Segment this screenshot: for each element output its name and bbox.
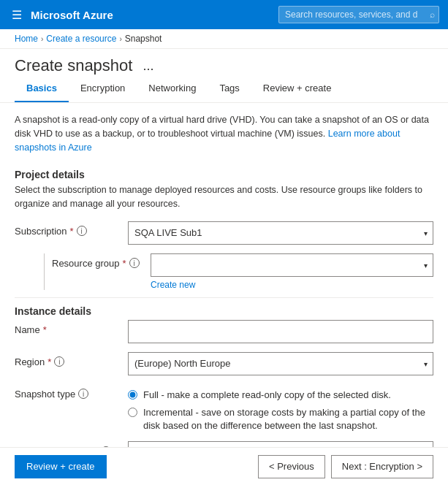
snapshot-type-radio-group: Full - make a complete read-only copy of… [128,384,433,433]
region-info-icon[interactable]: i [54,356,64,367]
snapshot-incremental-label: Incremental - save on storage costs by m… [143,406,433,432]
app-title: Microsoft Azure [31,9,273,21]
top-bar: ☰ Microsoft Azure ⌕ [0,0,448,29]
name-control [128,320,433,343]
create-new-link[interactable]: Create new [151,280,433,290]
next-encryption-button[interactable]: Next : Encryption > [331,455,433,478]
snapshot-type-group: Snapshot type i Full - make a complete r… [15,384,433,433]
search-wrapper: ⌕ [278,6,439,23]
region-label: Region * i [15,352,128,367]
resource-group-label: Resource group * i [52,253,151,269]
snapshot-full-radio[interactable] [128,390,137,400]
resource-group-select-wrapper: ▾ [151,253,433,277]
breadcrumb-sep-1: › [41,35,43,43]
tab-encryption[interactable]: Encryption [69,75,137,102]
snapshot-type-label: Snapshot type i [15,384,128,400]
page-header: Create snapshot ... [0,49,448,75]
resource-group-group: Resource group * i ▾ [52,253,433,277]
previous-button[interactable]: < Previous [258,455,325,478]
main-content: A snapshot is a read-only copy of a virt… [0,103,448,462]
resource-group-required: * [123,258,126,269]
name-label: Name * [15,320,128,335]
hamburger-icon[interactable]: ☰ [9,5,25,25]
resource-group-select[interactable] [151,253,433,277]
subscription-info-icon[interactable]: i [77,226,87,236]
tab-review-create[interactable]: Review + create [251,75,343,102]
region-required: * [48,356,51,367]
resource-group-info-icon[interactable]: i [129,258,140,268]
section-divider-instance [15,297,433,298]
region-control: (Europe) North Europe ▾ [128,352,433,375]
snapshot-type-control: Full - make a complete read-only copy of… [128,384,433,433]
search-icon: ⌕ [430,9,435,20]
tab-basics[interactable]: Basics [15,75,69,102]
project-details-heading: Project details [15,169,433,180]
page-title: Create snapshot [15,56,132,75]
region-select-wrapper: (Europe) North Europe ▾ [128,352,433,375]
name-group: Name * [15,320,433,343]
region-group: Region * i (Europe) North Europe ▾ [15,352,433,375]
subscription-group: Subscription * i SQA LIVE Sub1 ▾ [15,221,433,245]
bottom-bar: Review + create < Previous Next : Encryp… [0,447,448,485]
resource-group-row: Resource group * i ▾ Create new [15,253,433,290]
breadcrumb-create-resource[interactable]: Create a resource [46,34,116,44]
description-text: A snapshot is a read-only copy of a virt… [15,103,433,161]
snapshot-incremental-option[interactable]: Incremental - save on storage costs by m… [128,406,433,432]
subscription-select-wrapper: SQA LIVE Sub1 ▾ [128,221,433,245]
name-input[interactable] [128,320,433,343]
name-required: * [43,324,47,335]
breadcrumb: Home › Create a resource › Snapshot [0,29,448,49]
breadcrumb-sep-2: › [119,35,121,43]
snapshot-type-info-icon[interactable]: i [78,389,88,399]
snapshot-full-option[interactable]: Full - make a complete read-only copy of… [128,389,433,402]
project-details-sub: Select the subscription to manage deploy… [15,183,433,211]
tabs-bar: Basics Encryption Networking Tags Review… [0,75,448,103]
breadcrumb-current: Snapshot [125,34,162,44]
review-create-button[interactable]: Review + create [15,455,107,478]
instance-details-heading: Instance details [15,305,433,317]
tab-networking[interactable]: Networking [137,75,208,102]
resource-group-control: ▾ [151,253,433,277]
snapshot-incremental-radio[interactable] [128,408,137,417]
region-select[interactable]: (Europe) North Europe [128,352,433,375]
search-input[interactable] [278,6,439,23]
tab-tags[interactable]: Tags [208,75,251,102]
breadcrumb-home[interactable]: Home [15,34,38,44]
subscription-select[interactable]: SQA LIVE Sub1 [128,221,433,245]
subscription-control: SQA LIVE Sub1 ▾ [128,221,433,245]
resource-group-indent [44,253,45,290]
subscription-required: * [70,226,74,237]
snapshot-full-label: Full - make a complete read-only copy of… [143,389,391,402]
more-options-button[interactable]: ... [138,57,158,75]
subscription-label: Subscription * i [15,221,128,237]
